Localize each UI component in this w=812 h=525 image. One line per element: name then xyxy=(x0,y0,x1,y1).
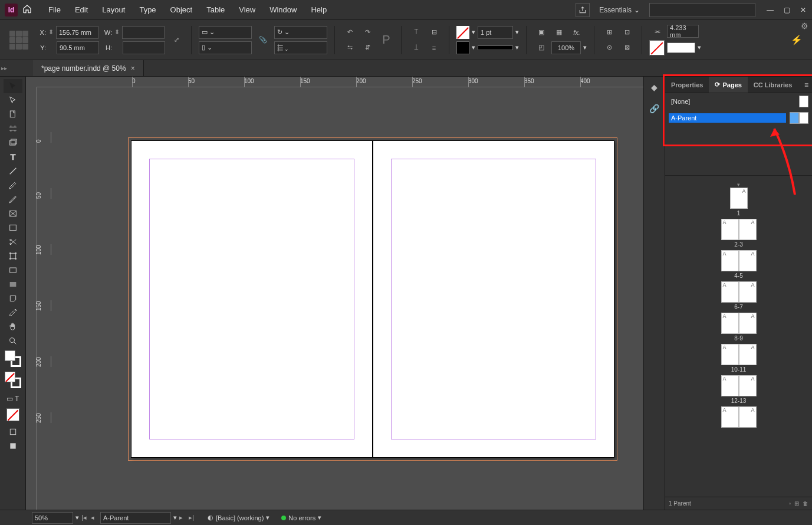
vertical-ruler[interactable]: 050100150200250 xyxy=(26,87,37,510)
next-spread-icon[interactable]: ▸ xyxy=(179,514,186,521)
new-page-icon[interactable]: ⊞ xyxy=(794,500,799,507)
tab-properties[interactable]: Properties xyxy=(665,77,709,93)
page-thumb[interactable]: A xyxy=(739,375,757,396)
gear-icon[interactable]: ⚙ xyxy=(801,21,808,31)
flip-v-icon[interactable]: ⇵ xyxy=(360,41,375,54)
expand-tools-handle[interactable]: ▸▸ xyxy=(0,60,8,76)
link-xy-icon[interactable]: ⬍ xyxy=(48,28,54,36)
line-tool[interactable] xyxy=(4,164,22,178)
menu-type[interactable]: Type xyxy=(132,1,163,19)
fit-content-icon[interactable]: ⊞ xyxy=(601,26,617,39)
reference-point-grid[interactable] xyxy=(9,31,28,50)
page-thumb[interactable]: A xyxy=(721,313,739,334)
gradient-feather-tool[interactable] xyxy=(4,277,22,291)
stroke-weight-input[interactable]: 1 pt xyxy=(478,26,513,39)
direct-selection-tool[interactable] xyxy=(4,93,22,107)
eyedropper-tool[interactable] xyxy=(4,306,22,320)
menu-table[interactable]: Table xyxy=(199,1,232,19)
rectangle-tool[interactable] xyxy=(4,221,22,235)
document-tab[interactable]: *page number.indd @ 50% × xyxy=(33,60,144,76)
page-thumb[interactable]: A xyxy=(739,281,757,303)
link-wh-icon[interactable]: ⬍ xyxy=(114,28,120,36)
errors-dropdown[interactable]: ▾ xyxy=(318,514,321,521)
menu-layout[interactable]: Layout xyxy=(95,1,132,19)
free-transform-tool[interactable] xyxy=(4,249,22,263)
opacity-input[interactable]: 100% xyxy=(551,41,581,54)
close-button[interactable]: ✕ xyxy=(799,6,807,14)
rotate-ccw-icon[interactable]: ↶ xyxy=(342,26,357,39)
page-spread-thumb[interactable]: AA8-9 xyxy=(721,313,757,342)
page-spread-thumb[interactable]: AA2-3 xyxy=(721,219,757,248)
zoom-dropdown[interactable]: ▾ xyxy=(75,514,79,521)
last-spread-icon[interactable]: ▸| xyxy=(189,514,196,521)
fill-stroke-none-control[interactable] xyxy=(5,372,21,388)
fill-dropdown-icon[interactable]: ▾ xyxy=(472,28,475,36)
swatch-dropdown[interactable]: ▾ xyxy=(698,44,701,51)
tab-cc-libraries[interactable]: CC Libraries xyxy=(748,77,798,93)
page-thumb[interactable]: A xyxy=(739,250,757,271)
pencil-tool[interactable] xyxy=(4,192,22,206)
page-spread-thumb[interactable]: AA xyxy=(721,406,757,429)
w-input[interactable] xyxy=(122,26,165,39)
fill-frame-icon[interactable]: ⊠ xyxy=(619,41,635,54)
preflight-profile-label[interactable]: [Basic] (working) xyxy=(216,514,264,521)
opacity-dropdown[interactable]: ▾ xyxy=(583,44,587,51)
page-thumb[interactable]: A xyxy=(721,406,739,428)
rotate-input[interactable]: ↻ ⌄ xyxy=(274,26,327,39)
board-width-input[interactable]: 4.233 mm xyxy=(667,25,699,38)
menu-help[interactable]: Help xyxy=(304,1,334,19)
page-thumb[interactable]: A xyxy=(721,250,739,271)
master-none-row[interactable]: [None] xyxy=(669,93,808,110)
stroke-style-picker[interactable] xyxy=(478,45,513,50)
master-a-parent-row[interactable]: A-Parent xyxy=(669,110,808,126)
view-mode-preview[interactable] xyxy=(4,439,22,453)
page-thumb[interactable]: A xyxy=(721,344,739,365)
spread[interactable] xyxy=(131,140,614,458)
align-bottom-icon[interactable]: ⟘ xyxy=(409,41,424,54)
close-tab-icon[interactable]: × xyxy=(131,64,135,73)
color-swatch-white[interactable] xyxy=(667,42,695,53)
page-thumb[interactable]: A xyxy=(739,406,757,428)
shear-input[interactable]: ⬱ ⌄ xyxy=(274,41,327,54)
scale-x-input[interactable]: ▭ ⌄ xyxy=(199,26,252,39)
stroke-weight-dropdown[interactable]: ▾ xyxy=(515,28,519,36)
page-spread-thumb[interactable]: AA10-11 xyxy=(721,344,757,373)
tab-pages[interactable]: ⟳Pages xyxy=(709,77,747,93)
delete-page-icon[interactable]: 🗑 xyxy=(803,500,808,507)
note-tool[interactable] xyxy=(4,291,22,306)
flip-h-icon[interactable]: ⇋ xyxy=(342,41,357,54)
page-thumb[interactable]: A xyxy=(730,188,748,209)
page-tool[interactable] xyxy=(4,107,22,122)
page-nav-dropdown[interactable]: ▾ xyxy=(173,514,177,521)
menu-file[interactable]: File xyxy=(41,1,68,19)
align-middle-icon[interactable]: ⊟ xyxy=(426,26,442,39)
x-input[interactable]: 156.75 mm xyxy=(56,26,98,39)
page-thumb[interactable]: A xyxy=(721,281,739,303)
apply-none-icon[interactable] xyxy=(6,408,19,421)
preflight-errors-label[interactable]: No errors xyxy=(288,514,315,521)
type-tool[interactable] xyxy=(4,150,22,164)
edit-page-size-icon[interactable]: ▫ xyxy=(788,500,791,507)
scissors-tool[interactable] xyxy=(4,235,22,249)
page-spread-thumb[interactable]: AA6-7 xyxy=(721,281,757,310)
fx-icon[interactable]: fx. xyxy=(569,26,584,39)
page-thumb[interactable]: A xyxy=(739,219,757,240)
auto-size-icon[interactable]: ⫘ xyxy=(649,25,665,38)
page-spread-thumb[interactable]: A1 xyxy=(730,188,748,216)
canvas-area[interactable]: 050100150200250300350400 050100150200250 xyxy=(26,77,643,510)
workspace-selector[interactable]: Essentials ⌄ xyxy=(594,4,645,17)
menu-window[interactable]: Window xyxy=(262,1,304,19)
fill-stroke-control[interactable] xyxy=(5,350,21,367)
text-wrap-bounding-icon[interactable]: ▦ xyxy=(551,26,567,39)
page-right[interactable] xyxy=(373,140,614,458)
share-icon[interactable] xyxy=(576,3,590,17)
stroke-style-dropdown[interactable]: ▾ xyxy=(515,44,519,51)
corner-options-icon[interactable]: ◰ xyxy=(534,41,549,54)
hand-tool[interactable] xyxy=(4,320,22,334)
scale-y-input[interactable]: ▯ ⌄ xyxy=(199,41,252,54)
profile-dropdown[interactable]: ▾ xyxy=(266,514,269,521)
constrain-proportions-icon[interactable]: ⤢ xyxy=(169,34,184,47)
preflight-toggle-icon[interactable]: ◐ xyxy=(208,514,213,521)
fit-frame-icon[interactable]: ⊡ xyxy=(619,26,635,39)
maximize-button[interactable]: ▢ xyxy=(783,6,791,14)
